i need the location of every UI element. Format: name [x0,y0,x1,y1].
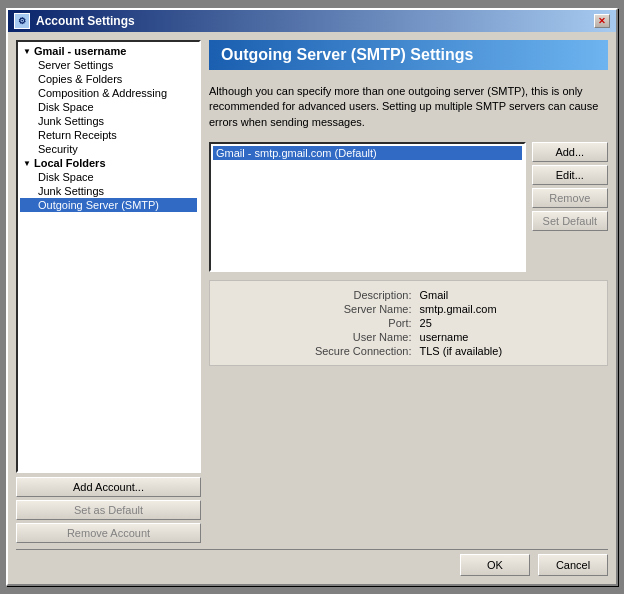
security-label: Security [38,143,78,155]
tree-security[interactable]: Security [20,142,197,156]
local-folders-label: Local Folders [34,157,106,169]
description-label: Description: [222,289,412,301]
gmail-group-label: Gmail - username [34,45,126,57]
composition-addressing-label: Composition & Addressing [38,87,167,99]
footer: OK Cancel [16,549,608,576]
details-box: Description: Gmail Server Name: smtp.gma… [209,280,608,366]
secure-label: Secure Connection: [222,345,412,357]
tree-gmail-group[interactable]: ▼ Gmail - username [20,44,197,58]
return-receipts-label: Return Receipts [38,129,117,141]
main-content: ▼ Gmail - username Server Settings Copie… [16,40,608,543]
remove-account-button[interactable]: Remove Account [16,523,201,543]
disk-space-gmail-label: Disk Space [38,101,94,113]
junk-settings-gmail-label: Junk Settings [38,115,104,127]
local-toggle: ▼ [22,159,32,168]
left-panel: ▼ Gmail - username Server Settings Copie… [16,40,201,543]
smtp-list-box[interactable]: Gmail - smtp.gmail.com (Default) [209,142,526,272]
smtp-buttons: Add... Edit... Remove Set Default [532,142,608,272]
ok-button[interactable]: OK [460,554,530,576]
bottom-buttons: Add Account... Set as Default Remove Acc… [16,477,201,543]
server-label: Server Name: [222,303,412,315]
smtp-item-label: Gmail - smtp.gmail.com (Default) [216,147,377,159]
server-settings-label: Server Settings [38,59,113,71]
secure-value: TLS (if available) [420,345,595,357]
window-body: ▼ Gmail - username Server Settings Copie… [8,32,616,584]
smtp-list-item[interactable]: Gmail - smtp.gmail.com (Default) [213,146,522,160]
remove-smtp-button[interactable]: Remove [532,188,608,208]
username-value: username [420,331,595,343]
smtp-area: Gmail - smtp.gmail.com (Default) Add... … [209,142,608,272]
set-default-smtp-button[interactable]: Set Default [532,211,608,231]
disk-space-local-label: Disk Space [38,171,94,183]
description-text: Although you can specify more than one o… [209,78,608,134]
tree-junk-settings-gmail[interactable]: Junk Settings [20,114,197,128]
description-value: Gmail [420,289,595,301]
right-panel: Outgoing Server (SMTP) Settings Although… [209,40,608,543]
title-bar: ⚙ Account Settings ✕ [8,10,616,32]
window-icon: ⚙ [14,13,30,29]
tree-copies-folders[interactable]: Copies & Folders [20,72,197,86]
junk-settings-local-label: Junk Settings [38,185,104,197]
tree-disk-space-gmail[interactable]: Disk Space [20,100,197,114]
close-button[interactable]: ✕ [594,14,610,28]
tree-return-receipts[interactable]: Return Receipts [20,128,197,142]
server-value: smtp.gmail.com [420,303,595,315]
tree-composition-addressing[interactable]: Composition & Addressing [20,86,197,100]
username-label: User Name: [222,331,412,343]
account-settings-window: ⚙ Account Settings ✕ ▼ Gmail - username … [6,8,618,586]
window-title: Account Settings [36,14,135,28]
tree-local-folders-group[interactable]: ▼ Local Folders [20,156,197,170]
tree-junk-settings-local[interactable]: Junk Settings [20,184,197,198]
outgoing-smtp-label: Outgoing Server (SMTP) [38,199,159,211]
copies-folders-label: Copies & Folders [38,73,122,85]
tree-outgoing-smtp[interactable]: Outgoing Server (SMTP) [20,198,197,212]
panel-header: Outgoing Server (SMTP) Settings [209,40,608,70]
port-value: 25 [420,317,595,329]
gmail-toggle: ▼ [22,47,32,56]
set-as-default-button[interactable]: Set as Default [16,500,201,520]
tree-container[interactable]: ▼ Gmail - username Server Settings Copie… [16,40,201,473]
port-label: Port: [222,317,412,329]
tree-disk-space-local[interactable]: Disk Space [20,170,197,184]
add-account-button[interactable]: Add Account... [16,477,201,497]
tree-server-settings[interactable]: Server Settings [20,58,197,72]
edit-smtp-button[interactable]: Edit... [532,165,608,185]
cancel-button[interactable]: Cancel [538,554,608,576]
add-smtp-button[interactable]: Add... [532,142,608,162]
